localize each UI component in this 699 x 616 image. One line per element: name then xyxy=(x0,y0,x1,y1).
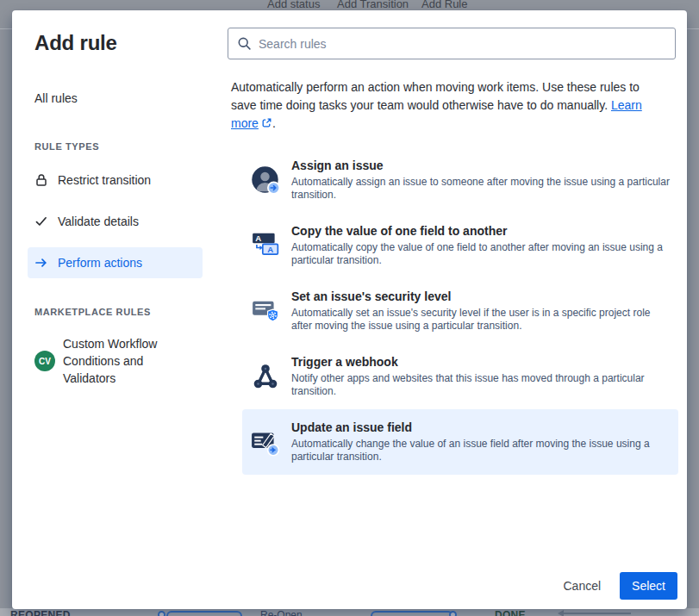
marketplace-rules-heading: MARKETPLACE RULES xyxy=(34,307,151,317)
sidebar-item-perform-actions[interactable]: Perform actions xyxy=(28,247,203,278)
cancel-button[interactable]: Cancel xyxy=(551,572,613,600)
rule-description: Automatically change the value of an iss… xyxy=(291,438,670,464)
search-input[interactable] xyxy=(228,28,676,59)
bg-transition-node xyxy=(449,611,457,616)
sidebar-item-all-rules[interactable]: All rules xyxy=(28,84,203,112)
dialog-footer: Cancel Select xyxy=(551,572,677,600)
sidebar-item-validate-details[interactable]: Validate details xyxy=(28,206,203,237)
rule-text: Copy the value of one field to another A… xyxy=(291,224,670,268)
security-level-icon xyxy=(251,296,280,326)
lock-icon xyxy=(34,173,48,187)
sidebar-item-label: Restrict transition xyxy=(58,173,151,187)
svg-text:A: A xyxy=(267,245,273,254)
bg-add-status-button: Add status xyxy=(267,0,320,10)
arrow-right-icon xyxy=(34,256,48,270)
bg-status-reopened: REOPENED xyxy=(10,609,71,616)
background-workflow-strip: REOPENED Re-Open DONE xyxy=(0,608,699,616)
bg-transition-node xyxy=(158,611,165,616)
rule-description: Automatically set an issue's security le… xyxy=(291,307,670,333)
rules-list: Assign an issue Automatically assign an … xyxy=(242,147,678,475)
rule-title: Update an issue field xyxy=(291,420,670,434)
external-link-icon xyxy=(261,115,272,134)
rule-title: Trigger a webhook xyxy=(291,355,670,369)
select-button[interactable]: Select xyxy=(620,572,677,600)
update-field-icon xyxy=(251,427,280,457)
sidebar-item-restrict-transition[interactable]: Restrict transition xyxy=(28,165,203,196)
rule-text: Update an issue field Automatically chan… xyxy=(291,420,670,464)
search-rules-field xyxy=(228,28,676,59)
add-rule-dialog: Add rule All rules RULE TYPES Restrict t… xyxy=(12,10,687,609)
intro-description: Automatically perform an action when mov… xyxy=(231,80,640,112)
bg-add-rule-button: Add Rule xyxy=(421,0,467,10)
sidebar-item-label: Perform actions xyxy=(58,256,142,270)
marketplace-item-label: Custom Workflow Conditions and Validator… xyxy=(63,335,180,387)
rule-title: Assign an issue xyxy=(291,159,670,172)
assign-issue-icon xyxy=(251,165,280,195)
rule-item-copy-field-value[interactable]: A A Copy the value of one field to anoth… xyxy=(242,213,678,278)
bg-add-transition-button: Add Transition xyxy=(337,0,409,10)
sidebar-item-label: Validate details xyxy=(58,215,139,228)
sidebar-item-custom-workflow-conditions[interactable]: CV Custom Workflow Conditions and Valida… xyxy=(34,335,194,387)
rule-item-assign-an-issue[interactable]: Assign an issue Automatically assign an … xyxy=(242,147,678,213)
bg-transition-label: Re-Open xyxy=(260,609,303,616)
intro-suffix: . xyxy=(272,116,276,130)
rule-types-heading: RULE TYPES xyxy=(34,141,99,152)
rule-item-trigger-webhook[interactable]: Trigger a webhook Notify other apps and … xyxy=(242,344,678,409)
dialog-title: Add rule xyxy=(34,31,117,55)
rule-text: Trigger a webhook Notify other apps and … xyxy=(291,355,670,399)
rule-description: Notify other apps and websites that this… xyxy=(291,372,670,399)
rule-title: Copy the value of one field to another xyxy=(291,224,670,238)
cv-app-badge: CV xyxy=(34,351,55,371)
rule-title: Set an issue's security level xyxy=(291,289,670,303)
all-rules-label: All rules xyxy=(34,91,78,105)
rule-text: Assign an issue Automatically assign an … xyxy=(291,159,670,202)
check-icon xyxy=(34,215,48,228)
bg-transition-chip xyxy=(166,611,242,616)
bg-transition-chip xyxy=(371,611,453,616)
bg-arrow xyxy=(560,613,631,614)
rule-description: Automatically assign an issue to someone… xyxy=(291,176,670,202)
rule-item-update-issue-field[interactable]: Update an issue field Automatically chan… xyxy=(242,409,678,475)
search-icon xyxy=(237,36,252,51)
webhook-icon xyxy=(251,362,280,391)
intro-text: Automatically perform an action when mov… xyxy=(231,78,667,134)
rule-item-set-security-level[interactable]: Set an issue's security level Automatica… xyxy=(242,278,678,344)
screen: Add status Add Transition Add Rule REOPE… xyxy=(0,0,699,616)
copy-field-icon: A A xyxy=(251,231,280,260)
rule-description: Automatically copy the value of one fiel… xyxy=(291,241,670,268)
bg-status-done: DONE xyxy=(495,609,526,616)
svg-text:A: A xyxy=(255,233,261,243)
rule-text: Set an issue's security level Automatica… xyxy=(291,289,670,333)
